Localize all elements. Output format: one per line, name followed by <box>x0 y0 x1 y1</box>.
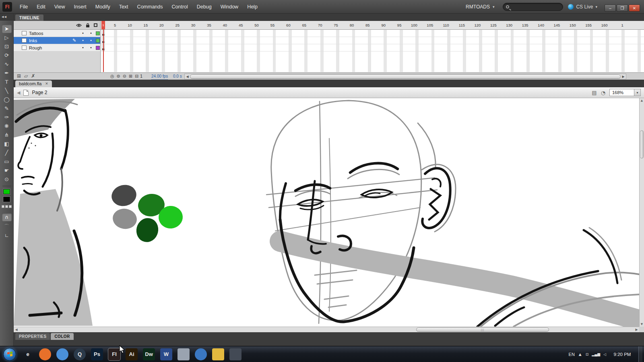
layer-outline-color[interactable] <box>96 31 100 35</box>
paint-bucket-tool[interactable]: ◧ <box>2 140 12 148</box>
cs-live-button[interactable]: CS Live ▾ <box>568 4 597 10</box>
timeline-scrollbar[interactable]: ◀ ▶ <box>184 74 626 79</box>
onion-outlines-icon[interactable]: ⊝ <box>123 74 126 79</box>
layer-visibility-dot[interactable]: • <box>80 45 85 50</box>
tray-expand-arrow[interactable]: ▲ <box>579 352 582 356</box>
oval-tool[interactable]: ◯ <box>2 95 12 104</box>
media-app[interactable] <box>229 348 242 360</box>
scroll-left-arrow[interactable]: ◀ <box>14 327 19 332</box>
free-transform-tool[interactable]: ⊡ <box>2 42 12 51</box>
timeline-tab[interactable]: TIMELINE <box>15 14 43 21</box>
center-frame-icon[interactable]: ◎ <box>110 74 114 79</box>
panel-tab[interactable]: COLOR <box>51 333 73 340</box>
stroke-color-swatch[interactable] <box>3 189 10 194</box>
3d-rotation-tool[interactable]: ⟳ <box>2 51 12 60</box>
taskbar-clock[interactable]: 9:20 PM <box>610 352 634 357</box>
menu-item[interactable]: File <box>15 0 32 14</box>
illustrator[interactable]: Ai <box>126 348 138 360</box>
deco-tool[interactable]: ❋ <box>2 122 12 130</box>
media-player[interactable] <box>195 348 207 360</box>
minimize-button[interactable]: – <box>605 4 616 12</box>
zoom-dropdown-arrow[interactable]: ▾ <box>634 89 641 96</box>
onion-skin-icon[interactable]: ⊜ <box>117 74 120 79</box>
network-icon[interactable]: ▂▄▆ <box>592 352 600 356</box>
restore-button[interactable]: ❐ <box>617 4 628 12</box>
menu-item[interactable]: Edit <box>32 0 50 14</box>
lasso-tool[interactable]: ∿ <box>2 60 12 68</box>
menu-item[interactable]: Text <box>115 0 133 14</box>
layer-lock-dot[interactable]: • <box>89 31 93 35</box>
snap-to-objects-toggle[interactable]: ∩ <box>2 213 12 221</box>
layer-outline-color[interactable] <box>96 39 100 43</box>
brush-tool[interactable]: ✑ <box>2 113 12 121</box>
layer-visibility-dot[interactable]: • <box>80 38 85 43</box>
close-button[interactable]: ✕ <box>629 4 640 12</box>
menu-item[interactable]: Window <box>216 0 243 14</box>
swap-colors-button[interactable] <box>9 205 12 208</box>
firefox[interactable] <box>39 348 51 360</box>
calculator[interactable] <box>178 348 190 360</box>
chrome[interactable] <box>56 348 68 360</box>
layer-row[interactable]: Rough ✎ • • <box>14 44 100 51</box>
volume-icon[interactable]: ◁ <box>603 352 606 356</box>
folder[interactable] <box>212 348 224 360</box>
stage-canvas[interactable] <box>14 98 639 327</box>
delete-layer-icon[interactable]: ✗ <box>31 73 35 80</box>
scroll-right-arrow[interactable]: ▶ <box>621 75 626 78</box>
smooth-option[interactable]: ⌒ <box>2 222 12 230</box>
menu-item[interactable]: Control <box>167 0 192 14</box>
bone-tool[interactable]: ⋔ <box>2 131 12 139</box>
search-input[interactable] <box>511 4 560 9</box>
fill-color-swatch[interactable] <box>3 197 10 202</box>
photoshop[interactable]: Ps <box>91 348 103 360</box>
text-tool[interactable]: T <box>2 78 12 86</box>
vertical-scrollbar[interactable]: ▲ ▼ <box>639 98 644 327</box>
scroll-up-arrow[interactable]: ▲ <box>640 98 644 103</box>
frame-ruler[interactable]: 5101520253035404550556065707580859095100… <box>101 21 644 30</box>
pen-tool[interactable]: ✒ <box>2 69 12 77</box>
word[interactable]: W <box>160 348 172 360</box>
menu-item[interactable]: Debug <box>192 0 216 14</box>
back-button[interactable]: ◀ <box>17 90 20 95</box>
flash-app-icon[interactable]: Fl <box>2 2 12 12</box>
horizontal-scroll-thumb[interactable]: ||| <box>416 327 549 332</box>
language-indicator[interactable]: EN <box>569 352 575 357</box>
lock-icon[interactable] <box>86 23 90 28</box>
flash[interactable]: Fl <box>108 348 120 360</box>
close-tab-icon[interactable]: ✕ <box>45 82 48 86</box>
zoom-tool[interactable]: ⊙ <box>2 175 12 183</box>
layer-lock-dot[interactable]: • <box>89 38 93 43</box>
menu-item[interactable]: Help <box>243 0 262 14</box>
show-desktop-button[interactable] <box>638 346 642 362</box>
pencil-tool[interactable]: ✎ <box>2 104 12 113</box>
internet-explorer[interactable]: e <box>22 348 34 360</box>
layer-lock-dot[interactable]: • <box>89 45 93 50</box>
black-white-button[interactable] <box>2 205 4 208</box>
menu-item[interactable]: View <box>50 0 70 14</box>
no-color-button[interactable] <box>5 205 8 208</box>
menu-item[interactable]: Modify <box>91 0 115 14</box>
menu-item[interactable]: Commands <box>133 0 167 14</box>
quicktime[interactable]: Q <box>74 348 86 360</box>
dreamweaver[interactable]: Dw <box>143 348 155 360</box>
frame-grid[interactable] <box>101 30 644 72</box>
edit-scene-icon[interactable]: ▤ <box>592 90 597 96</box>
frame-rate-value[interactable]: 24.00 fps <box>151 73 168 80</box>
layer-outline-color[interactable] <box>96 46 100 50</box>
outline-mode-icon[interactable] <box>94 23 97 27</box>
vertical-scroll-thumb[interactable] <box>640 130 644 158</box>
playhead-marker[interactable]: 1 <box>101 21 105 29</box>
new-layer-icon[interactable]: ⊞ <box>17 73 21 80</box>
search-box[interactable] <box>503 3 563 11</box>
selection-tool[interactable]: ➤ <box>2 25 12 33</box>
straighten-option[interactable]: ∟ <box>2 232 12 240</box>
layer-row[interactable]: Inks ✎ • • <box>14 37 100 44</box>
frame-row[interactable] <box>101 44 644 51</box>
new-folder-icon[interactable]: ▱ <box>24 73 28 80</box>
workspace-switcher[interactable]: RMTOADS ▾ <box>462 3 498 11</box>
horizontal-scrollbar[interactable]: ◀ ||| ▶ <box>14 327 639 332</box>
timeline-scroll-thumb[interactable] <box>190 74 621 79</box>
visibility-icon[interactable] <box>76 23 82 27</box>
frame-row[interactable] <box>101 30 644 37</box>
frames-pane[interactable]: 5101520253035404550556065707580859095100… <box>101 21 644 72</box>
